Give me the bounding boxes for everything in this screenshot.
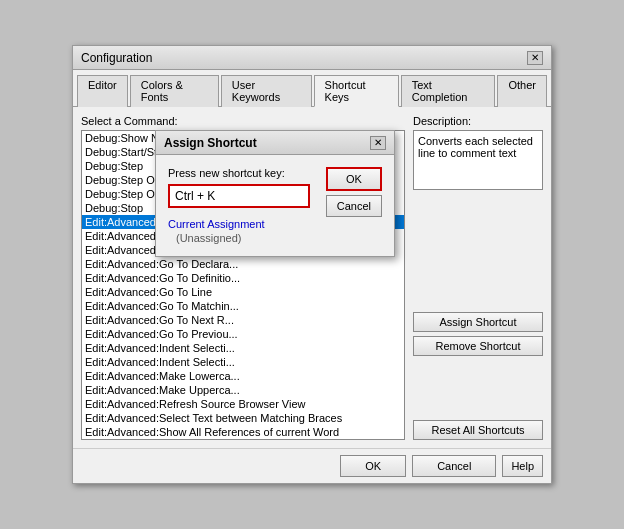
current-assignment-value: (Unassigned): [176, 232, 310, 244]
remove-shortcut-button[interactable]: Remove Shortcut: [413, 336, 543, 356]
window-close-button[interactable]: ✕: [527, 51, 543, 65]
list-item[interactable]: Edit:Advanced:Make Upperca...: [82, 383, 404, 397]
list-item[interactable]: Edit:Advanced:Go To Next R...: [82, 313, 404, 327]
list-item[interactable]: Edit:Advanced:Go To Line: [82, 285, 404, 299]
shortcut-input-wrapper: [168, 184, 310, 208]
current-assignment-label: Current Assignment: [168, 218, 310, 230]
list-item[interactable]: Edit:Advanced:Go To Definitio...: [82, 271, 404, 285]
tab-colors-fonts[interactable]: Colors & Fonts: [130, 75, 219, 107]
right-panel: Description: Converts each selected line…: [413, 115, 543, 440]
description-text: Converts each selected line to comment t…: [418, 135, 533, 159]
dialog-body: Press new shortcut key: Current Assignme…: [156, 155, 394, 256]
help-button[interactable]: Help: [502, 455, 543, 477]
tab-editor[interactable]: Editor: [77, 75, 128, 107]
title-bar: Configuration ✕: [73, 46, 551, 70]
list-item[interactable]: Edit:Advanced:Go To Previou...: [82, 327, 404, 341]
dialog-title: Assign Shortcut: [164, 136, 257, 150]
list-item[interactable]: Edit:Advanced:Go To Declara...: [82, 257, 404, 271]
dialog-title-bar: Assign Shortcut ✕: [156, 131, 394, 155]
tab-user-keywords[interactable]: User Keywords: [221, 75, 312, 107]
tab-shortcut-keys[interactable]: Shortcut Keys: [314, 75, 399, 107]
list-item[interactable]: Edit:Advanced:Refresh Source Browser Vie…: [82, 397, 404, 411]
shortcut-input-label: Press new shortcut key:: [168, 167, 310, 179]
list-item[interactable]: Edit:Advanced:Go To Matchin...: [82, 299, 404, 313]
dialog-ok-button[interactable]: OK: [326, 167, 382, 191]
list-item[interactable]: Edit:Advanced:Select Text between Matchi…: [82, 411, 404, 425]
list-item[interactable]: Edit:Advanced:Indent Selecti...: [82, 341, 404, 355]
ok-button[interactable]: OK: [340, 455, 406, 477]
tab-text-completion[interactable]: Text Completion: [401, 75, 496, 107]
command-list-label: Select a Command:: [81, 115, 405, 127]
description-label: Description:: [413, 115, 543, 127]
window-title: Configuration: [81, 51, 152, 65]
list-item[interactable]: Edit:Advanced:Show All References of cur…: [82, 425, 404, 439]
reset-all-shortcuts-button[interactable]: Reset All Shortcuts: [413, 420, 543, 440]
dialog-close-button[interactable]: ✕: [370, 136, 386, 150]
dialog-buttons: OK Cancel: [326, 167, 382, 244]
dialog-cancel-button[interactable]: Cancel: [326, 195, 382, 217]
assign-shortcut-button[interactable]: Assign Shortcut: [413, 312, 543, 332]
footer: OK Cancel Help: [73, 448, 551, 483]
tab-other[interactable]: Other: [497, 75, 547, 107]
tab-bar: Editor Colors & Fonts User Keywords Shor…: [73, 70, 551, 107]
shortcut-buttons: Assign Shortcut Remove Shortcut Reset Al…: [413, 312, 543, 440]
description-box: Converts each selected line to comment t…: [413, 130, 543, 190]
list-item[interactable]: Edit:Advanced:Indent Selecti...: [82, 355, 404, 369]
cancel-button[interactable]: Cancel: [412, 455, 496, 477]
assign-shortcut-dialog: Assign Shortcut ✕ Press new shortcut key…: [155, 130, 395, 257]
shortcut-input[interactable]: [170, 186, 308, 206]
main-window: Configuration ✕ Editor Colors & Fonts Us…: [72, 45, 552, 484]
list-item[interactable]: Edit:Advanced:Make Lowerca...: [82, 369, 404, 383]
